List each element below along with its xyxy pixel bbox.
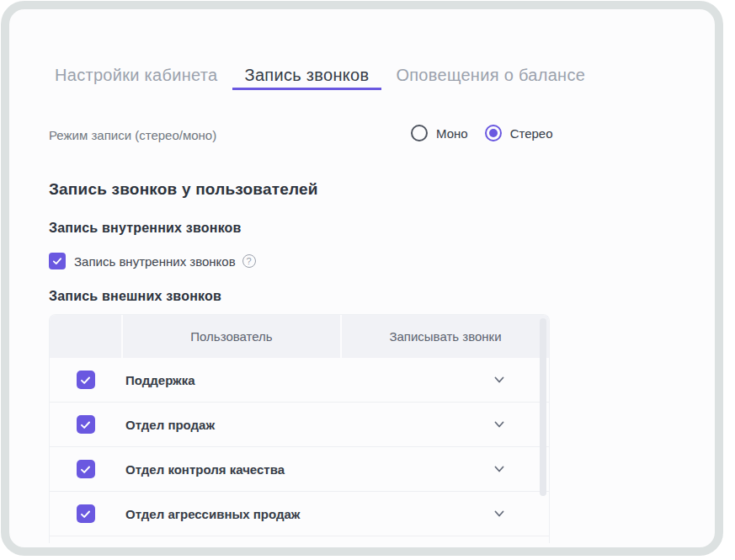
chevron-down-icon[interactable] [492,461,507,477]
row-user-name: Поддержка [121,373,338,387]
tab-balance-alerts[interactable]: Оповещения о балансе [396,65,585,90]
settings-tabs: Настройки кабинета Запись звонков Оповещ… [55,65,585,90]
record-mode-label: Режим записи (стерео/моно) [49,128,216,143]
row-checkbox[interactable] [77,504,95,523]
checkmark-icon [79,508,92,520]
tab-cabinet-settings[interactable]: Настройки кабинета [55,65,218,90]
row-checkbox[interactable] [77,460,95,478]
row-checkbox-cell [50,415,121,434]
table-scrollbar[interactable] [540,318,546,496]
users-section-title: Запись звонков у пользователей [49,179,318,200]
record-mode-radio-group: Моно Стерео [411,125,553,141]
checkmark-icon [79,374,92,387]
checkmark-icon [51,255,63,267]
row-checkbox[interactable] [77,415,95,434]
radio-mono[interactable]: Моно [411,125,468,141]
settings-content: Настройки кабинета Запись звонков Оповещ… [9,9,715,547]
external-calls-table: Пользователь Записывать звонки Поддержка [49,314,550,543]
internal-calls-heading: Запись внутренних звонков [49,220,242,237]
row-user-name: Отдел контроля качества [121,462,338,477]
row-checkbox-cell [50,504,121,523]
radio-selected-icon [485,125,502,141]
chevron-down-icon[interactable] [492,372,507,387]
table-row: Отдел продаж [50,403,549,447]
header-user-column: Пользователь [123,315,340,358]
table-row: Поддержка [50,358,549,403]
table-header: Пользователь Записывать звонки [50,315,549,358]
row-user-name: Отдел продаж [121,418,338,432]
chevron-down-icon[interactable] [492,506,507,521]
internal-calls-checkbox-row: Запись внутренних звонков ? [49,253,256,269]
row-checkbox[interactable] [77,371,95,389]
row-user-name: Отдел агрессивных продаж [121,507,338,521]
radio-mono-label: Моно [436,126,468,141]
settings-card: Настройки кабинета Запись звонков Оповещ… [1,1,723,556]
checkmark-icon [79,419,92,431]
table-row: Отдел агрессивных продаж [50,492,549,536]
checkmark-icon [79,463,92,476]
radio-stereo-label: Стерео [510,126,553,141]
header-checkbox-column [50,315,121,358]
row-checkbox-cell [50,371,121,389]
internal-calls-checkbox[interactable] [49,253,66,269]
external-calls-heading: Запись внешних звонков [49,288,221,305]
internal-calls-checkbox-label: Запись внутренних звонков [74,254,236,269]
help-icon[interactable]: ? [242,254,256,268]
radio-unselected-icon [411,125,428,141]
row-checkbox-cell [50,460,121,478]
header-record-column: Записывать звонки [342,315,549,358]
chevron-down-icon[interactable] [492,417,507,432]
radio-stereo[interactable]: Стерео [485,125,553,141]
table-row: Отдел контроля качества [50,447,549,492]
tab-call-recording[interactable]: Запись звонков [232,65,382,90]
